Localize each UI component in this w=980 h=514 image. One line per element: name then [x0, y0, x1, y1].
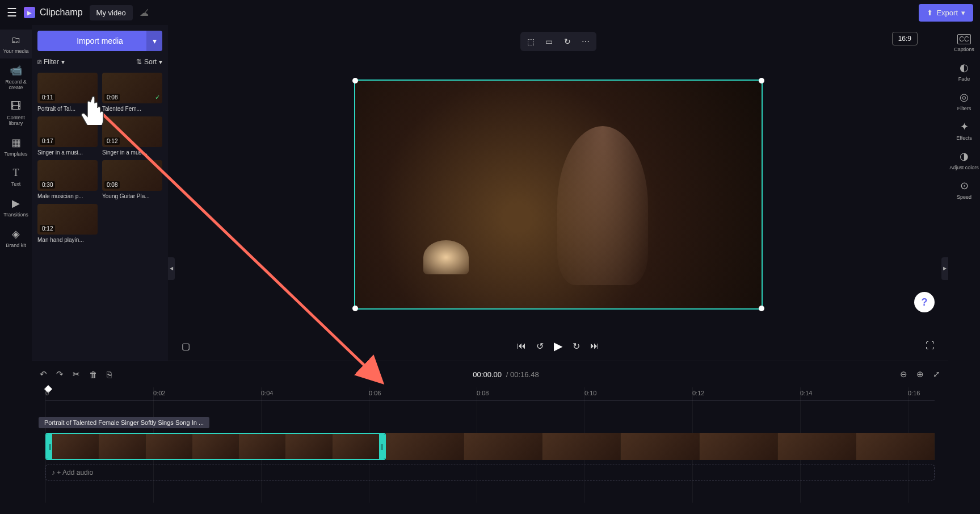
media-item[interactable]: 0:30Male musician p... [37, 160, 98, 199]
chevron-down-icon: ▾ [61, 58, 65, 66]
aspect-ratio-button[interactable]: 16:9 [892, 32, 918, 45]
rotate-tool-button[interactable]: ↻ [559, 34, 576, 49]
skip-back-button[interactable]: ↺ [536, 341, 544, 352]
media-duration: 0:30 [40, 181, 55, 189]
clip-handle-right[interactable]: ‖ [379, 434, 385, 459]
effects-icon: ✦ [960, 120, 969, 133]
crop-tool-button[interactable]: ⬚ [523, 34, 540, 49]
filters-icon: ◎ [960, 91, 969, 103]
add-audio-button[interactable]: ♪ + Add audio [45, 465, 935, 480]
zoom-fit-button[interactable]: ⤢ [933, 369, 940, 379]
media-name-label: Singer in a musi... [37, 149, 98, 156]
timeline-clip[interactable] [386, 433, 935, 460]
export-upload-icon: ⬆ [927, 9, 933, 17]
sidebar-label: Captions [954, 47, 974, 52]
sidebar-item-speed[interactable]: ⊙ Speed [948, 175, 980, 204]
resize-handle-tl[interactable] [352, 78, 358, 83]
resize-handle-tr[interactable] [759, 78, 764, 83]
sidebar-item-brand-kit[interactable]: ◈ Brand kit [0, 223, 32, 253]
adjust-icon: ◑ [960, 150, 969, 162]
media-grid: 0:11Portrait of Tal...0:08✓Talented Fem.… [37, 73, 162, 243]
clipchamp-icon: ▶ [24, 7, 35, 18]
timeline-tracks[interactable]: Portrait of Talented Female Singer Softl… [32, 401, 948, 514]
check-icon: ✓ [155, 94, 160, 101]
help-button[interactable]: ? [914, 292, 935, 312]
sidebar-item-your-media[interactable]: 🗂 Your media [0, 30, 32, 58]
sidebar-item-adjust-colors[interactable]: ◑ Adjust colors [948, 145, 980, 175]
media-item[interactable]: 0:17Singer in a musi... [37, 116, 98, 156]
media-item[interactable]: 0:08Young Guitar Pla... [102, 160, 162, 199]
captions-icon: CC [957, 34, 970, 44]
duplicate-button[interactable]: ⎘ [107, 370, 112, 379]
import-dropdown-button[interactable]: ▾ [146, 31, 162, 51]
sort-label: Sort [144, 58, 157, 66]
sort-icon: ⇅ [136, 58, 142, 66]
undo-button[interactable]: ↶ [40, 369, 47, 379]
delete-button[interactable]: 🗑 [89, 370, 98, 379]
zoom-in-button[interactable]: ⊕ [916, 369, 924, 379]
media-item[interactable]: 0:12Singer in a musi... [102, 116, 162, 156]
speed-icon: ⊙ [960, 179, 969, 192]
media-item[interactable]: 0:11Portrait of Tal... [37, 73, 98, 112]
filter-button[interactable]: ⎚ Filter ▾ [37, 58, 65, 66]
next-frame-button[interactable]: ⏭ [590, 341, 599, 351]
import-media-button[interactable]: Import media ▾ [37, 31, 162, 51]
media-duration: 0:17 [40, 137, 55, 145]
filter-sort-row: ⎚ Filter ▾ ⇅ Sort ▾ [37, 51, 162, 73]
media-item[interactable]: 0:12Man hand playin... [37, 204, 98, 243]
zoom-out-button[interactable]: ⊖ [900, 369, 907, 379]
sidebar-label: Speed [957, 194, 971, 200]
sync-off-icon[interactable]: ☁̸ [140, 7, 149, 18]
fit-screen-icon[interactable]: ▢ [182, 341, 190, 352]
media-item[interactable]: 0:08✓Talented Fem... [102, 73, 162, 112]
fit-tool-button[interactable]: ▭ [541, 34, 558, 49]
sidebar-label: Effects [956, 135, 971, 141]
sidebar-label: Fade [958, 76, 970, 82]
play-button[interactable]: ▶ [554, 339, 562, 353]
export-button[interactable]: ⬆ Export ▾ [919, 4, 973, 22]
sidebar-label: Your media [3, 48, 28, 54]
split-button[interactable]: ✂ [73, 369, 80, 379]
sidebar-item-templates[interactable]: ▦ Templates [0, 132, 32, 161]
prev-frame-button[interactable]: ⏮ [517, 341, 526, 351]
left-sidebar: 🗂 Your media 📹 Record & create 🎞 Content… [0, 25, 32, 361]
sidebar-item-effects[interactable]: ✦ Effects [948, 116, 980, 145]
media-name-label: Singer in a musi... [102, 149, 162, 156]
resize-handle-br[interactable] [759, 306, 764, 311]
more-tools-button[interactable]: ⋯ [577, 34, 594, 49]
chevron-down-icon: ▾ [159, 58, 162, 66]
timeline-toolbar: ↶ ↷ ✂ 🗑 ⎘ 00:00.00 / 00:16.48 ⊖ ⊕ ⤢ [32, 361, 948, 387]
hamburger-menu-icon[interactable]: ☰ [7, 6, 17, 19]
skip-forward-button[interactable]: ↻ [573, 341, 580, 352]
media-name-label: Talented Fem... [102, 106, 162, 112]
timeline-ruler[interactable]: 00:020:040:060:080:100:120:140:16 [45, 387, 935, 401]
redo-button[interactable]: ↷ [56, 369, 64, 379]
sidebar-item-fade[interactable]: ◐ Fade [948, 57, 980, 86]
sidebar-item-text[interactable]: T Text [0, 162, 32, 191]
fullscreen-button[interactable]: ⛶ [926, 341, 935, 351]
transitions-icon: ▶ [12, 197, 20, 210]
media-duration: 0:08 [104, 94, 120, 101]
media-icon: 🗂 [11, 34, 21, 46]
sidebar-item-content-library[interactable]: 🎞 Content library [0, 96, 32, 131]
clip-handle-left[interactable]: ‖ [47, 434, 52, 459]
brandkit-icon: ◈ [12, 228, 20, 240]
filter-icon: ⎚ [37, 58, 41, 66]
video-preview[interactable] [354, 80, 763, 310]
resize-handle-bl[interactable] [352, 306, 358, 311]
sort-button[interactable]: ⇅ Sort ▾ [136, 58, 162, 66]
video-title-input[interactable]: My video [90, 5, 133, 20]
media-name-label: Man hand playin... [37, 237, 98, 243]
ruler-tick: 0:06 [369, 390, 381, 396]
right-sidebar: CC Captions ◐ Fade ◎ Filters ✦ Effects ◑… [948, 25, 980, 361]
app-logo[interactable]: ▶ Clipchamp [24, 7, 83, 18]
sidebar-item-transitions[interactable]: ▶ Transitions [0, 193, 32, 222]
filter-label: Filter [44, 58, 59, 66]
timeline-selected-clip[interactable]: ‖ ‖ [45, 433, 386, 460]
collapse-right-panel-button[interactable]: ▶ [941, 257, 948, 280]
media-panel: Import media ▾ ⎚ Filter ▾ ⇅ Sort ▾ 0:11P… [32, 25, 168, 361]
sidebar-item-filters[interactable]: ◎ Filters [948, 86, 980, 116]
sidebar-item-captions[interactable]: CC Captions [948, 30, 980, 57]
sidebar-item-record-create[interactable]: 📹 Record & create [0, 60, 32, 95]
text-icon: T [13, 167, 19, 179]
